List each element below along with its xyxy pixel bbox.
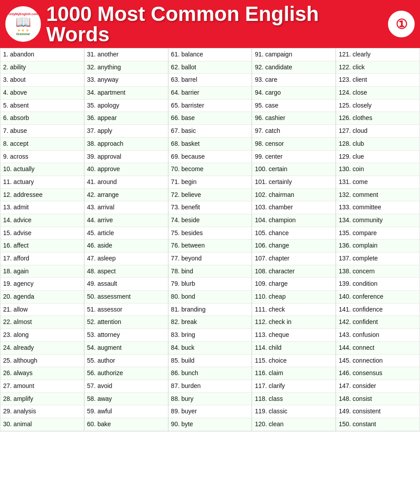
list-item: 100. certain bbox=[252, 163, 336, 176]
list-item: 149. consistent bbox=[336, 405, 420, 418]
list-item: 68. basket bbox=[168, 138, 252, 151]
list-item: 33. anyway bbox=[84, 74, 168, 87]
header-badge: ① bbox=[388, 11, 415, 37]
list-item: 79. blurb bbox=[168, 278, 252, 291]
list-item: 53. attorney bbox=[84, 329, 168, 342]
list-item: 19. agency bbox=[0, 278, 84, 291]
list-item: 9. across bbox=[0, 151, 84, 164]
list-item: 13. admit bbox=[0, 201, 84, 214]
word-column-2: 31. another32. anything33. anyway34. apa… bbox=[84, 48, 168, 431]
list-item: 129. clue bbox=[336, 151, 420, 164]
list-item: 3. about bbox=[0, 74, 84, 87]
list-item: 109. charge bbox=[252, 278, 336, 291]
list-item: 125. closely bbox=[336, 100, 420, 112]
list-item: 69. because bbox=[168, 151, 252, 164]
list-item: 114. child bbox=[252, 342, 336, 355]
list-item: 17. afford bbox=[0, 252, 84, 265]
list-item: 78. bind bbox=[168, 265, 252, 278]
list-item: 11. actuary bbox=[0, 176, 84, 189]
list-item: 107. chapter bbox=[252, 252, 336, 265]
list-item: 128. club bbox=[336, 138, 420, 151]
list-item: 150. constant bbox=[336, 418, 420, 431]
list-item: 121. clearly bbox=[336, 48, 420, 61]
list-item: 46. aside bbox=[84, 240, 168, 252]
list-item: 18. again bbox=[0, 265, 84, 278]
list-item: 25. although bbox=[0, 355, 84, 368]
list-item: 57. avoid bbox=[84, 380, 168, 393]
word-column-1: 1. abandon2. ability3. about4. above5. a… bbox=[0, 48, 84, 431]
list-item: 92. candidate bbox=[252, 61, 336, 74]
list-item: 104. champion bbox=[252, 214, 336, 227]
list-item: 56. authorize bbox=[84, 367, 168, 380]
list-item: 41. around bbox=[84, 176, 168, 189]
list-item: 88. bury bbox=[168, 393, 252, 406]
list-item: 58. away bbox=[84, 393, 168, 406]
list-item: 65. barrister bbox=[168, 100, 252, 112]
list-item: 45. article bbox=[84, 227, 168, 240]
list-item: 141. confidence bbox=[336, 304, 420, 316]
list-item: 34. apartment bbox=[84, 87, 168, 100]
list-item: 86. bunch bbox=[168, 367, 252, 380]
list-item: 35. apology bbox=[84, 100, 168, 112]
list-item: 77. beyond bbox=[168, 252, 252, 265]
list-item: 74. beside bbox=[168, 214, 252, 227]
list-item: 61. balance bbox=[168, 48, 252, 61]
word-list: 1. abandon2. ability3. about4. above5. a… bbox=[0, 48, 420, 432]
logo: OnlyMyEnglish.com 📖 ★ ★ ★ Grammar bbox=[5, 6, 41, 42]
list-item: 22. almost bbox=[0, 316, 84, 329]
list-item: 139. condition bbox=[336, 278, 420, 291]
list-item: 135. compare bbox=[336, 227, 420, 240]
list-item: 126. clothes bbox=[336, 112, 420, 125]
list-item: 80. bond bbox=[168, 291, 252, 304]
word-column-3: 61. balance62. ballot63. barrel64. barri… bbox=[168, 48, 252, 431]
list-item: 142. confident bbox=[336, 316, 420, 329]
list-item: 38. approach bbox=[84, 138, 168, 151]
list-item: 102. chairman bbox=[252, 189, 336, 202]
list-item: 82. break bbox=[168, 316, 252, 329]
list-item: 2. ability bbox=[0, 61, 84, 74]
list-item: 49. assault bbox=[84, 278, 168, 291]
list-item: 76. between bbox=[168, 240, 252, 252]
list-item: 66. base bbox=[168, 112, 252, 125]
list-item: 134. community bbox=[336, 214, 420, 227]
list-item: 81. branding bbox=[168, 304, 252, 316]
list-item: 105. chance bbox=[252, 227, 336, 240]
list-item: 123. client bbox=[336, 74, 420, 87]
list-item: 87. burden bbox=[168, 380, 252, 393]
list-item: 137. complete bbox=[336, 252, 420, 265]
list-item: 145. connection bbox=[336, 355, 420, 368]
list-item: 39. approval bbox=[84, 151, 168, 164]
list-item: 36. appear bbox=[84, 112, 168, 125]
list-item: 138. concern bbox=[336, 265, 420, 278]
list-item: 32. anything bbox=[84, 61, 168, 74]
list-item: 103. chamber bbox=[252, 201, 336, 214]
word-column-5: 121. clearly122. click123. client124. cl… bbox=[336, 48, 420, 431]
list-item: 91. campaign bbox=[252, 48, 336, 61]
list-item: 119. classic bbox=[252, 405, 336, 418]
logo-stars: ★ ★ ★ bbox=[17, 28, 28, 32]
list-item: 124. close bbox=[336, 87, 420, 100]
list-item: 63. barrel bbox=[168, 74, 252, 87]
page-title: 1000 Most Common English Words bbox=[46, 4, 383, 44]
list-item: 24. already bbox=[0, 342, 84, 355]
list-item: 97. catch bbox=[252, 125, 336, 138]
list-item: 54. augment bbox=[84, 342, 168, 355]
list-item: 70. become bbox=[168, 163, 252, 176]
list-item: 131. come bbox=[336, 176, 420, 189]
word-column-4: 91. campaign92. candidate93. care94. car… bbox=[252, 48, 336, 431]
list-item: 15. advise bbox=[0, 227, 84, 240]
list-item: 110. cheap bbox=[252, 291, 336, 304]
list-item: 118. class bbox=[252, 393, 336, 406]
logo-bottom-text: Grammar bbox=[16, 32, 30, 36]
list-item: 84. buck bbox=[168, 342, 252, 355]
list-item: 5. absent bbox=[0, 100, 84, 112]
list-item: 6. absorb bbox=[0, 112, 84, 125]
list-item: 52. attention bbox=[84, 316, 168, 329]
list-item: 1. abandon bbox=[0, 48, 84, 61]
list-item: 62. ballot bbox=[168, 61, 252, 74]
list-item: 148. consist bbox=[336, 393, 420, 406]
list-item: 95. case bbox=[252, 100, 336, 112]
list-item: 106. change bbox=[252, 240, 336, 252]
list-item: 96. cashier bbox=[252, 112, 336, 125]
list-item: 37. apply bbox=[84, 125, 168, 138]
